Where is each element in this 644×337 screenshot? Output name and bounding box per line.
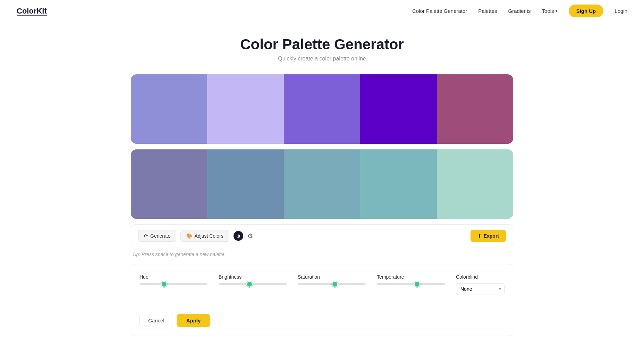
logo[interactable]: ColorKit bbox=[17, 7, 47, 16]
export-button[interactable]: ⬆ Export bbox=[471, 230, 506, 242]
toolbar: ⟳ Generate 🎨 Adjust Colors ◑ ⚙ ⬆ Export bbox=[131, 224, 513, 247]
adjust-icon: 🎨 bbox=[186, 233, 192, 239]
nav-link-gradients[interactable]: Gradients bbox=[508, 8, 531, 14]
palette-swatch-2-4[interactable] bbox=[360, 149, 437, 219]
nav-link-tools[interactable]: Tools ▾ bbox=[542, 8, 558, 14]
palette-swatch-1-5[interactable] bbox=[437, 74, 513, 144]
sliders-container: Hue Brightness Saturation Temperature bbox=[139, 274, 505, 327]
colorblind-select-wrapper: None Protanopia Deuteranopia Tritanopia … bbox=[456, 283, 505, 295]
hue-slider[interactable] bbox=[139, 283, 207, 285]
tip-text: Tip: Press space to generate a new palet… bbox=[132, 252, 513, 257]
temperature-slider-group: Temperature bbox=[377, 274, 445, 285]
palette-swatch-2-2[interactable] bbox=[207, 149, 283, 219]
adjust-row: Hue Brightness Saturation Temperature bbox=[139, 274, 505, 327]
temperature-label: Temperature bbox=[377, 274, 445, 280]
palette-swatch-1-2[interactable] bbox=[207, 74, 283, 144]
navbar: ColorKit Color Palette Generator Palette… bbox=[0, 0, 644, 22]
hue-label: Hue bbox=[139, 274, 207, 280]
colorblind-group: Colorblind None Protanopia Deuteranopia … bbox=[456, 274, 505, 295]
main-content: Color Palette Generator Quickly create a… bbox=[122, 22, 522, 337]
temperature-slider[interactable] bbox=[377, 283, 445, 285]
brightness-label: Brightness bbox=[219, 274, 287, 280]
palette-swatch-1-3[interactable] bbox=[284, 74, 360, 144]
login-button[interactable]: Login bbox=[615, 8, 627, 14]
palette-swatch-1-1[interactable] bbox=[131, 74, 207, 144]
chevron-down-icon: ▾ bbox=[556, 9, 558, 13]
saturation-slider-group: Saturation bbox=[298, 274, 366, 285]
saturation-slider[interactable] bbox=[298, 283, 366, 285]
cancel-button[interactable]: Cancel bbox=[139, 314, 173, 327]
colorblind-label: Colorblind bbox=[456, 274, 505, 280]
sliders-row: Hue Brightness Saturation Temperature bbox=[139, 274, 505, 327]
palette-swatch-2-1[interactable] bbox=[131, 149, 207, 219]
nav-link-palettes[interactable]: Palettes bbox=[478, 8, 497, 14]
settings-icon[interactable]: ⚙ bbox=[247, 232, 253, 240]
palette-row-2 bbox=[131, 149, 513, 219]
nav-link-palette-generator[interactable]: Color Palette Generator bbox=[412, 8, 467, 14]
palette-swatch-2-5[interactable] bbox=[437, 149, 513, 219]
palette-row-1 bbox=[131, 74, 513, 144]
page-subtitle: Quickly create a color palette online bbox=[131, 56, 513, 62]
apply-button[interactable]: Apply bbox=[177, 314, 211, 327]
hue-slider-group: Hue bbox=[139, 274, 207, 285]
colorblind-select[interactable]: None Protanopia Deuteranopia Tritanopia … bbox=[456, 283, 505, 295]
adjust-colors-button[interactable]: 🎨 Adjust Colors bbox=[180, 230, 229, 242]
page-title: Color Palette Generator bbox=[131, 36, 513, 53]
shuffle-icon: ⟳ bbox=[144, 233, 148, 239]
brightness-slider-group: Brightness bbox=[219, 274, 287, 285]
palette-swatch-2-3[interactable] bbox=[284, 149, 360, 219]
export-icon: ⬆ bbox=[477, 233, 482, 239]
generate-button[interactable]: ⟳ Generate bbox=[138, 230, 176, 242]
saturation-label: Saturation bbox=[298, 274, 366, 280]
brightness-slider[interactable] bbox=[219, 283, 287, 285]
palette-swatch-1-4[interactable] bbox=[360, 74, 437, 144]
contrast-icon: ◑ bbox=[237, 233, 240, 238]
adjust-colors-panel: Hue Brightness Saturation Temperature bbox=[131, 264, 513, 336]
contrast-toggle[interactable]: ◑ bbox=[234, 231, 243, 241]
nav-links: Color Palette Generator Palettes Gradien… bbox=[412, 5, 627, 17]
action-buttons: Cancel Apply bbox=[139, 314, 210, 327]
signup-button[interactable]: Sign Up bbox=[569, 5, 604, 17]
